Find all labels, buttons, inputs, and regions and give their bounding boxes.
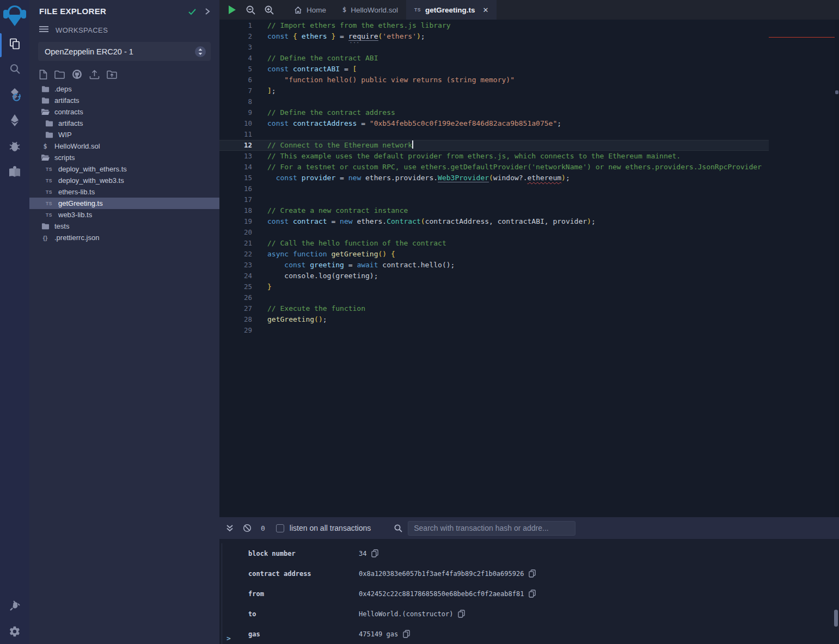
search-icon[interactable] bbox=[0, 56, 29, 82]
hamburger-menu-icon[interactable] bbox=[39, 26, 48, 34]
terminal-prompt[interactable]: > bbox=[226, 634, 231, 642]
code-line-15: 15 const provider = new ethers.providers… bbox=[219, 173, 769, 183]
tx-detail-key: block number bbox=[248, 550, 359, 557]
check-icon[interactable] bbox=[188, 8, 197, 15]
plugin-manager-icon[interactable] bbox=[0, 593, 29, 618]
zoom-out-icon[interactable] bbox=[241, 0, 260, 20]
json-file-icon: {} bbox=[43, 235, 48, 241]
typescript-file-icon: TS bbox=[414, 7, 421, 13]
tab-helloworld-sol[interactable]: $ HelloWorld.sol bbox=[334, 0, 406, 20]
line-number: 18 bbox=[219, 205, 252, 216]
copy-icon[interactable] bbox=[529, 569, 536, 578]
tree-item-deploy-with-web3-ts[interactable]: TSdeploy_with_web3.ts bbox=[29, 175, 219, 186]
line-number: 13 bbox=[219, 151, 252, 162]
line-number: 1 bbox=[219, 20, 252, 31]
copy-icon[interactable] bbox=[529, 590, 536, 598]
panel-title: FILE EXPLORER bbox=[39, 7, 180, 16]
solidity-file-icon: $ bbox=[342, 6, 346, 14]
upload-folder-icon[interactable] bbox=[107, 70, 117, 79]
terminal-output: block number34contract address0x8a120383… bbox=[219, 539, 839, 644]
chevron-right-icon[interactable] bbox=[204, 8, 211, 15]
tree-item-contracts[interactable]: contracts bbox=[29, 106, 219, 118]
deploy-run-icon[interactable] bbox=[0, 107, 29, 133]
code-line-1: 1// Import ethers from the ethers.js lib… bbox=[219, 20, 769, 31]
tab-home[interactable]: Home bbox=[286, 0, 334, 20]
code-line-26: 26 bbox=[219, 292, 769, 303]
terminal-panel: 0 listen on all transactions block numbe… bbox=[219, 517, 839, 644]
terminal-search-input[interactable] bbox=[408, 521, 575, 536]
tree-item-helloworld-sol[interactable]: $HelloWorld.sol bbox=[29, 140, 219, 152]
editor-scrollbar[interactable] bbox=[835, 20, 839, 517]
tree-item-label: WIP bbox=[58, 131, 72, 139]
line-number: 23 bbox=[219, 260, 252, 271]
tree-item-ethers-lib-ts[interactable]: TSethers-lib.ts bbox=[29, 186, 219, 198]
tx-detail-key: gas bbox=[248, 630, 359, 638]
tx-detail-row-gas: gas475149 gas bbox=[222, 624, 839, 644]
terminal-scrollbar-thumb[interactable] bbox=[834, 610, 838, 627]
upload-file-icon[interactable] bbox=[89, 70, 100, 79]
file-explorer-icon[interactable] bbox=[0, 30, 29, 56]
minimap[interactable] bbox=[769, 20, 835, 54]
code-editor[interactable]: 1// Import ethers from the ethers.js lib… bbox=[219, 20, 839, 517]
debugger-icon[interactable] bbox=[0, 133, 29, 158]
tree-item-label: web3-lib.ts bbox=[58, 211, 92, 219]
close-tab-icon[interactable]: ✕ bbox=[482, 6, 488, 14]
tree-item-wip[interactable]: WIP bbox=[29, 129, 219, 140]
tx-detail-value: 475149 gas bbox=[359, 630, 398, 638]
tree-item-getgreeting-ts[interactable]: TSgetGreeting.ts bbox=[29, 198, 219, 209]
code-line-13: 13// This example uses the default provi… bbox=[219, 151, 769, 162]
code-line-25: 25} bbox=[219, 281, 769, 292]
listen-transactions-label: listen on all transactions bbox=[290, 524, 371, 532]
line-number: 27 bbox=[219, 303, 252, 314]
code-line-17: 17 bbox=[219, 194, 769, 205]
github-icon[interactable] bbox=[72, 69, 82, 79]
code-line-19: 19const contract = new ethers.Contract(c… bbox=[219, 216, 769, 227]
zoom-in-icon[interactable] bbox=[260, 0, 278, 20]
tx-detail-value: 0x8a120383e6057b1f3aef4fa9b89c2f1b0a6959… bbox=[359, 570, 524, 578]
copy-icon[interactable] bbox=[371, 549, 378, 557]
solidity-compiler-icon[interactable] bbox=[0, 82, 29, 107]
tree-item-label: deploy_with_web3.ts bbox=[58, 176, 124, 185]
listen-transactions-checkbox[interactable] bbox=[276, 524, 284, 532]
tab-getgreeting-ts[interactable]: TS getGreeting.ts ✕ bbox=[406, 0, 497, 20]
tree-item-scripts[interactable]: scripts bbox=[29, 152, 219, 163]
tx-detail-value: 34 bbox=[359, 550, 366, 557]
tree-item--prettierrc-json[interactable]: {}.prettierrc.json bbox=[29, 232, 219, 243]
folder-icon bbox=[45, 131, 53, 138]
run-script-icon[interactable] bbox=[223, 0, 241, 20]
workspace-stepper-icon bbox=[195, 46, 206, 57]
workspace-select[interactable]: OpenZeppelin ERC20 - 1 bbox=[38, 42, 211, 61]
new-folder-icon[interactable] bbox=[54, 70, 65, 79]
copy-icon[interactable] bbox=[458, 610, 465, 618]
line-number: 25 bbox=[219, 281, 252, 292]
tree-item-artifacts[interactable]: artifacts bbox=[29, 118, 219, 129]
line-number: 4 bbox=[219, 53, 252, 64]
copy-icon[interactable] bbox=[403, 630, 410, 638]
code-line-20: 20 bbox=[219, 227, 769, 238]
clear-console-icon[interactable] bbox=[243, 524, 252, 532]
folder-open-icon bbox=[41, 108, 50, 115]
tree-item-label: artifacts bbox=[58, 119, 83, 127]
text-cursor bbox=[412, 140, 413, 149]
tree-item-label: getGreeting.ts bbox=[58, 199, 103, 207]
editor-scrollbar-thumb[interactable] bbox=[835, 90, 838, 94]
tree-item-tests[interactable]: tests bbox=[29, 220, 219, 232]
tree-item-web3-lib-ts[interactable]: TSweb3-lib.ts bbox=[29, 209, 219, 220]
tree-item-deploy-with-ethers-ts[interactable]: TSdeploy_with_ethers.ts bbox=[29, 163, 219, 175]
settings-gear-icon[interactable] bbox=[0, 618, 29, 644]
tx-detail-row-contract-address: contract address0x8a120383e6057b1f3aef4f… bbox=[222, 563, 839, 584]
code-line-27: 27// Execute the function bbox=[219, 303, 769, 314]
tx-detail-row-to: toHelloWorld.(constructor) bbox=[222, 604, 839, 624]
new-file-icon[interactable] bbox=[39, 70, 47, 79]
tree-item-artifacts[interactable]: artifacts bbox=[29, 95, 219, 106]
line-number: 16 bbox=[219, 183, 252, 194]
code-line-8: 8 bbox=[219, 96, 769, 107]
tree-item--deps[interactable]: .deps bbox=[29, 83, 219, 95]
learneth-icon[interactable] bbox=[0, 158, 29, 184]
line-number: 26 bbox=[219, 292, 252, 303]
remix-logo-icon[interactable] bbox=[0, 0, 29, 30]
expand-terminal-icon[interactable] bbox=[226, 524, 234, 532]
code-line-6: 6 "function hello() public view returns … bbox=[219, 75, 769, 85]
line-number: 2 bbox=[219, 31, 252, 42]
typescript-file-icon: TS bbox=[46, 167, 52, 172]
